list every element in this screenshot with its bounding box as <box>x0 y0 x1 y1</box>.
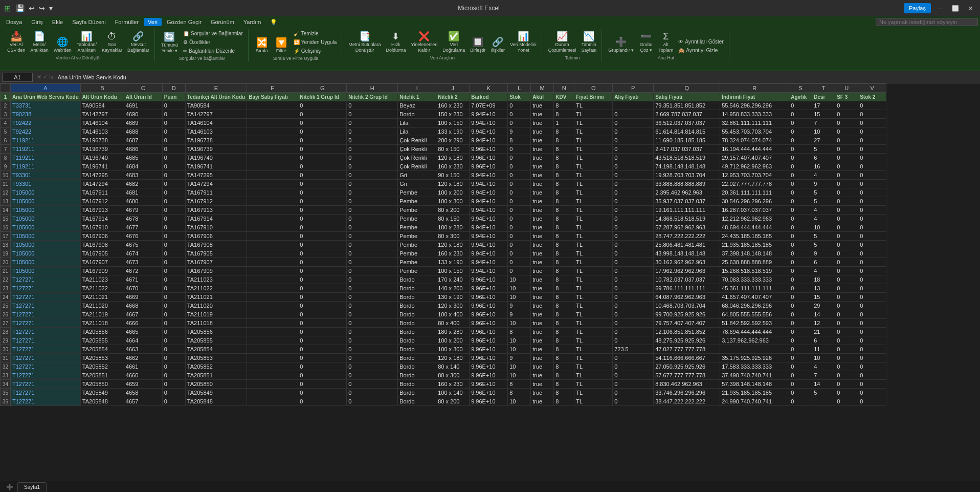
cell-r22-c9[interactable]: Bordo <box>398 275 436 284</box>
cell-r35-c6[interactable] <box>247 389 298 397</box>
cell-r15-c11[interactable]: 9.94E+10 <box>470 215 508 223</box>
cell-r27-c13[interactable]: true <box>531 319 554 328</box>
cell-r7-c6[interactable] <box>247 145 298 154</box>
cell-r30-c12[interactable]: 10 <box>508 345 531 354</box>
cell-r28-c7[interactable]: 0 <box>298 328 347 336</box>
cell-r33-c4[interactable]: 0 <box>162 371 185 380</box>
cell-r35-c18[interactable]: 21.935.185.185.185 <box>720 389 789 397</box>
cell-r32-c14[interactable]: 8 <box>554 362 574 371</box>
ozellikler-button[interactable]: ⚙ Özellikler <box>181 38 245 46</box>
cell-r9-c16[interactable]: 0 <box>613 162 654 171</box>
cell-r21-c1[interactable]: T105000 <box>11 267 81 275</box>
cell-r27-c11[interactable]: 9.96E+10 <box>470 319 508 328</box>
cell-r13-c1[interactable]: T105000 <box>11 197 81 206</box>
cell-r27-c16[interactable]: 0 <box>613 319 654 328</box>
cell-r26-c7[interactable]: 0 <box>298 310 347 319</box>
cell-r32-c11[interactable]: 9.96E+10 <box>470 362 508 371</box>
cell-r14-c12[interactable]: 0 <box>508 206 531 215</box>
cell-r27-c14[interactable]: 8 <box>554 319 574 328</box>
cell-r31-c5[interactable]: TA205853 <box>185 354 247 362</box>
cell-r13-c12[interactable]: 0 <box>508 197 531 206</box>
cell-r6-c18[interactable]: 78.324.074.074.074 <box>720 136 789 145</box>
cell-r7-c18[interactable]: 16.194.444.444.444 <box>720 145 789 154</box>
cell-r24-c13[interactable]: true <box>531 293 554 302</box>
cell-r6-c2[interactable]: TA196738 <box>80 136 124 145</box>
cell-r8-c19[interactable]: 0 <box>789 154 812 162</box>
cell-r31-c12[interactable]: 9 <box>508 354 531 362</box>
cell-r19-c8[interactable]: 0 <box>347 249 398 258</box>
header-cell-11[interactable]: Barkod <box>470 93 508 101</box>
cell-r36-c16[interactable]: 0 <box>613 397 654 406</box>
cell-r31-c3[interactable]: 4662 <box>124 354 162 362</box>
cell-r25-c17[interactable]: 10.468.703.703.704 <box>654 302 720 310</box>
ayrintilari-gizle-button[interactable]: 🙈 Ayrıntıyı Gizle <box>676 47 725 54</box>
cell-r24-c17[interactable]: 64.087.962.962.963 <box>654 293 720 302</box>
cell-r21-c6[interactable] <box>247 267 298 275</box>
cell-r9-c7[interactable]: 0 <box>298 162 347 171</box>
cell-r32-c16[interactable]: 0 <box>613 362 654 371</box>
cell-r25-c22[interactable]: 0 <box>858 302 886 310</box>
cell-r31-c6[interactable] <box>247 354 298 362</box>
cell-r7-c7[interactable]: 0 <box>298 145 347 154</box>
save-button[interactable]: 💾 <box>15 3 26 13</box>
formula-input[interactable] <box>58 74 978 80</box>
cell-r13-c17[interactable]: 35.937.037.037.037 <box>654 197 720 206</box>
cell-r31-c11[interactable]: 9.96E+10 <box>470 354 508 362</box>
cell-r7-c11[interactable]: 9.96E+10 <box>470 145 508 154</box>
cell-r17-c12[interactable]: 0 <box>508 232 531 241</box>
cell-r11-c4[interactable]: 0 <box>162 180 185 188</box>
cell-r23-c15[interactable]: TL <box>574 284 613 293</box>
cell-r36-c6[interactable] <box>247 397 298 406</box>
cell-r5-c9[interactable]: Lila <box>398 127 436 136</box>
cell-r15-c9[interactable]: Pembe <box>398 215 436 223</box>
cell-r19-c18[interactable]: 37.398.148.148.148 <box>720 249 789 258</box>
cell-r7-c10[interactable]: 80 x 150 <box>436 145 470 154</box>
header-cell-2[interactable]: Alt Ürün Kodu <box>80 93 124 101</box>
cell-r32-c15[interactable]: TL <box>574 362 613 371</box>
veri-al-csv-button[interactable]: 📥 Veri AlCSV'den <box>5 30 27 54</box>
cell-r31-c21[interactable]: 0 <box>835 354 858 362</box>
cell-r22-c6[interactable] <box>247 275 298 284</box>
cell-r29-c21[interactable]: 0 <box>835 336 858 345</box>
cell-r20-c8[interactable]: 0 <box>347 258 398 267</box>
cell-r23-c5[interactable]: TA211022 <box>185 284 247 293</box>
cell-r16-c7[interactable]: 0 <box>298 223 347 232</box>
cell-r15-c17[interactable]: 14.368.518.518.519 <box>654 215 720 223</box>
cell-r11-c11[interactable]: 9.94E+10 <box>470 180 508 188</box>
cell-r14-c17[interactable]: 19.161.111.111.111 <box>654 206 720 215</box>
cell-r19-c20[interactable]: 9 <box>812 249 835 258</box>
cell-r3-c11[interactable]: 9.94E+10 <box>470 110 508 119</box>
cell-r35-c12[interactable]: 8 <box>508 389 531 397</box>
col-g[interactable]: G <box>298 84 347 93</box>
header-cell-9[interactable]: Nitelik 1 <box>398 93 436 101</box>
cell-r15-c7[interactable]: 0 <box>298 215 347 223</box>
cell-r23-c14[interactable]: 8 <box>554 284 574 293</box>
cell-r31-c1[interactable]: T127271 <box>11 354 81 362</box>
cell-r24-c1[interactable]: T127271 <box>11 293 81 302</box>
cell-r35-c17[interactable]: 33.746.296.296.296 <box>654 389 720 397</box>
cell-r14-c14[interactable]: 8 <box>554 206 574 215</box>
header-cell-17[interactable]: Satış Fiyatı <box>654 93 720 101</box>
cell-r36-c3[interactable]: 4657 <box>124 397 162 406</box>
cell-r2-c16[interactable] <box>613 101 654 110</box>
cell-r18-c2[interactable]: TA167908 <box>80 241 124 249</box>
menu-sayfa-duzeni[interactable]: Sayfa Düzeni <box>68 18 109 26</box>
cell-r20-c6[interactable] <box>247 258 298 267</box>
cell-r5-c16[interactable]: 0 <box>613 127 654 136</box>
cell-r32-c21[interactable]: 0 <box>835 362 858 371</box>
cell-r18-c18[interactable]: 21.935.185.185.185 <box>720 241 789 249</box>
cell-r31-c2[interactable]: TA205853 <box>80 354 124 362</box>
cell-r30-c8[interactable]: 0 <box>347 345 398 354</box>
cell-r30-c9[interactable]: Bordo <box>398 345 436 354</box>
cell-r26-c19[interactable]: 0 <box>789 310 812 319</box>
header-cell-20[interactable]: Desi <box>812 93 835 101</box>
cell-r28-c11[interactable]: 9.96E+10 <box>470 328 508 336</box>
cell-r2-c17[interactable]: 79.351.851.851.852 <box>654 101 720 110</box>
cell-r36-c5[interactable]: TA205848 <box>185 397 247 406</box>
cell-r33-c13[interactable]: true <box>531 371 554 380</box>
cell-r35-c9[interactable]: Bordo <box>398 389 436 397</box>
cell-r33-c10[interactable]: 80 x 300 <box>436 371 470 380</box>
cell-r8-c7[interactable]: 0 <box>298 154 347 162</box>
cell-r34-c19[interactable]: 0 <box>789 380 812 389</box>
cell-r24-c8[interactable]: 0 <box>347 293 398 302</box>
